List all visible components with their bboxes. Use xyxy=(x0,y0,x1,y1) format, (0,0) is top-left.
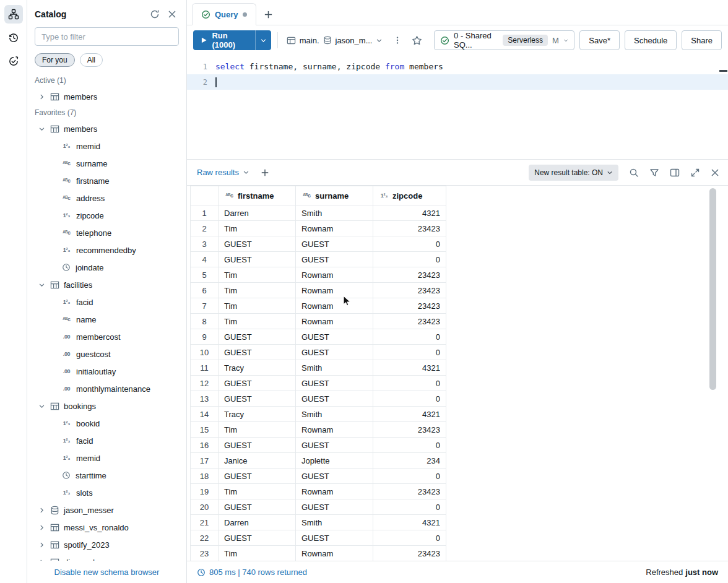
tree-item-facilities[interactable]: facilities xyxy=(27,276,186,293)
cell-zipcode[interactable]: 0 xyxy=(373,252,446,267)
tree-item-facid[interactable]: 1²₃facid xyxy=(27,293,186,311)
new-tab-button[interactable] xyxy=(264,10,273,19)
cell-zipcode[interactable]: 0 xyxy=(373,329,446,345)
catalog-filter-input[interactable] xyxy=(35,27,179,46)
cell-surname[interactable]: Smith xyxy=(296,360,373,376)
cell-zipcode[interactable]: 0 xyxy=(373,391,446,407)
search-results-icon[interactable] xyxy=(629,168,639,178)
tree-item-recommendedby[interactable]: 1²₃recommendedby xyxy=(27,241,186,259)
result-row-8[interactable]: 8TimRownam23423 xyxy=(191,314,446,329)
tree-item-joindate[interactable]: joindate xyxy=(27,259,186,276)
result-row-10[interactable]: 10GUESTGUEST0 xyxy=(191,345,446,360)
editor-scroll-mark[interactable] xyxy=(719,70,727,72)
schedule-button[interactable]: Schedule xyxy=(625,30,677,50)
chevron-right-icon[interactable] xyxy=(38,524,45,531)
schema-browser-rail-button[interactable] xyxy=(4,5,23,24)
cell-zipcode[interactable]: 0 xyxy=(373,530,446,546)
result-row-11[interactable]: 11TracySmith4321 xyxy=(191,360,446,376)
sql-editor[interactable]: 1select firstname, surname, zipcode from… xyxy=(187,55,728,160)
tree-item-surname[interactable]: ᴬᴮcsurname xyxy=(27,155,186,172)
kebab-menu-icon[interactable] xyxy=(390,32,404,48)
cell-firstname[interactable]: Tracy xyxy=(219,407,296,422)
cell-firstname[interactable]: Tim xyxy=(219,314,296,329)
tree-item-bookings[interactable]: bookings xyxy=(27,397,186,415)
filter-icon[interactable] xyxy=(649,168,659,178)
cell-firstname[interactable]: Tracy xyxy=(219,360,296,376)
tree-item-name[interactable]: ᴬᴮcname xyxy=(27,311,186,328)
run-options-caret[interactable] xyxy=(255,30,271,50)
chevron-right-icon[interactable] xyxy=(38,542,45,548)
cell-surname[interactable]: Rownam xyxy=(296,283,373,298)
cell-firstname[interactable]: Tim xyxy=(219,221,296,236)
cell-zipcode[interactable]: 23423 xyxy=(373,422,446,438)
cell-firstname[interactable]: Darren xyxy=(219,515,296,530)
tree-item-bookid[interactable]: 1²₃bookid xyxy=(27,415,186,432)
chevron-down-icon[interactable] xyxy=(38,126,45,132)
catalog-schema-selector[interactable]: main. jason_m... xyxy=(284,36,386,45)
tree-item-telephone[interactable]: ᴬᴮctelephone xyxy=(27,224,186,241)
cell-surname[interactable]: Rownam xyxy=(296,298,373,314)
cell-surname[interactable]: GUEST xyxy=(296,345,373,360)
tree-item-facid[interactable]: 1²₃facid xyxy=(27,432,186,449)
result-row-15[interactable]: 15TimRownam23423 xyxy=(191,422,446,438)
tree-item-diamonds[interactable]: diamonds xyxy=(27,553,186,561)
refresh-icon[interactable] xyxy=(148,7,162,21)
cell-surname[interactable]: Smith xyxy=(296,205,373,221)
cell-surname[interactable]: Rownam xyxy=(296,314,373,329)
favorite-star-icon[interactable] xyxy=(410,32,424,48)
cell-zipcode[interactable]: 0 xyxy=(373,376,446,391)
result-row-17[interactable]: 17JaniceJoplette234 xyxy=(191,453,446,469)
result-row-7[interactable]: 7TimRownam23423 xyxy=(191,298,446,314)
row-number-header[interactable] xyxy=(191,186,219,205)
cell-firstname[interactable]: GUEST xyxy=(219,236,296,252)
tree-item-members[interactable]: members xyxy=(27,88,186,105)
pill-all[interactable]: All xyxy=(80,53,103,67)
cell-firstname[interactable]: Tim xyxy=(219,484,296,499)
cell-surname[interactable]: Rownam xyxy=(296,267,373,283)
cell-surname[interactable]: GUEST xyxy=(296,499,373,515)
result-row-6[interactable]: 6TimRownam23423 xyxy=(191,283,446,298)
result-row-5[interactable]: 5TimRownam23423 xyxy=(191,267,446,283)
cell-firstname[interactable]: GUEST xyxy=(219,376,296,391)
close-panel-icon[interactable] xyxy=(165,7,179,21)
cell-zipcode[interactable]: 4321 xyxy=(373,205,446,221)
result-row-1[interactable]: 1DarrenSmith4321 xyxy=(191,205,446,221)
result-row-9[interactable]: 9GUESTGUEST0 xyxy=(191,329,446,345)
close-results-icon[interactable] xyxy=(711,168,719,177)
cell-surname[interactable]: Rownam xyxy=(296,484,373,499)
tree-item-memid[interactable]: 1²₃memid xyxy=(27,137,186,155)
cell-zipcode[interactable]: 0 xyxy=(373,469,446,484)
cell-zipcode[interactable]: 23423 xyxy=(373,283,446,298)
job-runs-rail-button[interactable] xyxy=(4,52,23,71)
cell-zipcode[interactable]: 23423 xyxy=(373,221,446,236)
result-row-16[interactable]: 16GUESTGUEST0 xyxy=(191,438,446,453)
cell-surname[interactable]: GUEST xyxy=(296,469,373,484)
cell-zipcode[interactable]: 23423 xyxy=(373,546,446,561)
save-button[interactable]: Save* xyxy=(579,30,620,50)
cell-zipcode[interactable]: 4321 xyxy=(373,407,446,422)
cell-firstname[interactable]: GUEST xyxy=(219,530,296,546)
tree-item-membercost[interactable]: .00membercost xyxy=(27,328,186,345)
cell-firstname[interactable]: Janice xyxy=(219,453,296,469)
cell-surname[interactable]: Rownam xyxy=(296,546,373,561)
cell-zipcode[interactable]: 4321 xyxy=(373,515,446,530)
cell-firstname[interactable]: Tim xyxy=(219,267,296,283)
editor-line-1[interactable]: 1select firstname, surname, zipcode from… xyxy=(187,59,728,74)
cell-zipcode[interactable]: 0 xyxy=(373,499,446,515)
column-header-zipcode[interactable]: 1²₃zipcode xyxy=(373,186,446,205)
result-row-21[interactable]: 21DarrenSmith4321 xyxy=(191,515,446,530)
cell-surname[interactable]: Rownam xyxy=(296,221,373,236)
cell-firstname[interactable]: Darren xyxy=(219,205,296,221)
tree-item-jason_messer[interactable]: jason_messer xyxy=(27,501,186,519)
cell-firstname[interactable]: GUEST xyxy=(219,469,296,484)
cell-zipcode[interactable]: 4321 xyxy=(373,360,446,376)
result-row-18[interactable]: 18GUESTGUEST0 xyxy=(191,469,446,484)
chevron-right-icon[interactable] xyxy=(38,507,45,514)
cell-firstname[interactable]: GUEST xyxy=(219,391,296,407)
tree-item-guestcost[interactable]: .00guestcost xyxy=(27,345,186,363)
cell-firstname[interactable]: Tim xyxy=(219,422,296,438)
cell-firstname[interactable]: GUEST xyxy=(219,329,296,345)
column-header-firstname[interactable]: ᴬᴮcfirstname xyxy=(219,186,296,205)
disable-schema-browser-link[interactable]: Disable new schema browser xyxy=(54,568,160,577)
columns-panel-icon[interactable] xyxy=(670,168,680,178)
